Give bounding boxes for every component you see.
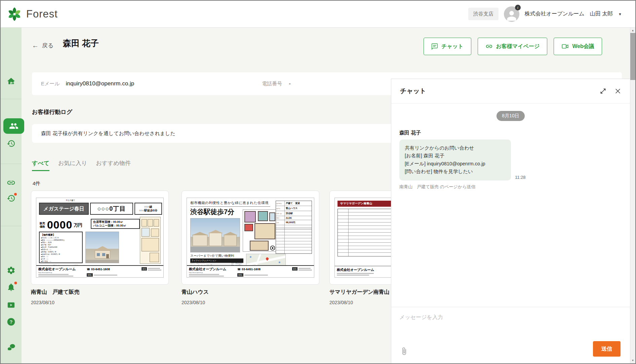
floor-plan-color: [243, 209, 276, 252]
street-photo: [190, 218, 240, 252]
sidebar-item-videos[interactable]: [7, 300, 16, 310]
message-input[interactable]: メッセージを入力: [399, 314, 622, 321]
expand-icon[interactable]: [600, 88, 606, 94]
app-window: Forest 渋谷支店 i 株式会社オープンルーム 山田 太郎 ▼: [0, 0, 636, 364]
compass-icon: [270, 245, 275, 251]
message-source: 南青山 戸建て販売 のページから送信: [399, 184, 622, 190]
flyer-walk-line: ○○○駅徒歩0分: [139, 209, 157, 212]
flyer-price-label: 販売価格: [40, 222, 46, 229]
close-icon[interactable]: [614, 88, 621, 94]
house-photo: [85, 232, 119, 263]
sidebar-item-settings[interactable]: [7, 266, 16, 275]
customers-people-icon: [9, 121, 18, 131]
property-card: 都市機能の利便性と豊かな緑に恵まれた住環境 渋谷駅徒歩7分: [182, 191, 319, 305]
scroll-down-arrow-icon[interactable]: ▼: [630, 359, 635, 362]
flyer-caption: スーパーまで○分で買い物便利: [190, 254, 234, 258]
tab-all[interactable]: すべて: [32, 159, 49, 171]
property-flyer-thumbnail[interactable]: 都市機能の利便性と豊かな緑に恵まれた住環境 渋谷駅徒歩7分: [182, 191, 319, 285]
flyer-tagline: 中古戸建て: [66, 199, 75, 202]
flyer-url: https://forest.openrm.jp: [189, 272, 229, 273]
chat-message-bubble: 共有リンクからのお問い合わせ [お名前] 森田 花子 [Eメール] inquir…: [399, 139, 511, 180]
property-date: 2023/08/10: [31, 300, 169, 305]
property-date: 2023/08/10: [182, 300, 319, 305]
brand-name: Forest: [26, 8, 58, 20]
tab-recommended[interactable]: おすすめ物件: [96, 159, 131, 171]
flyer-layout: 2LDK: [285, 216, 312, 220]
company-name: 株式会社オープンルーム: [525, 10, 585, 17]
meeting-button-label: Web会議: [572, 43, 594, 50]
customer-mypage-button[interactable]: お客様マイページ: [478, 38, 548, 55]
flyer-station: 渋谷駅徒歩7分: [190, 207, 234, 216]
send-button[interactable]: 送信: [593, 341, 621, 357]
chat-sender-name: 森田 花子: [399, 130, 622, 136]
phone-value: -: [289, 80, 291, 87]
chat-panel-header: チャット: [391, 79, 630, 104]
sidebar-divider: [1, 226, 22, 226]
email-value: inquiry0810@openrm.co.jp: [66, 80, 134, 87]
back-arrow-icon: ←: [32, 42, 39, 49]
vertical-scrollbar[interactable]: ▲ ▼: [630, 28, 635, 363]
map-thumbnail: [246, 254, 286, 266]
activity-history-icon: [7, 194, 15, 203]
activity-log-title: お客様行動ログ: [32, 108, 72, 116]
videocam-icon: [561, 43, 569, 50]
sidebar-item-activity[interactable]: [7, 194, 15, 203]
attachment-paperclip-icon[interactable]: [400, 347, 408, 355]
scroll-up-arrow-icon[interactable]: ▲: [630, 29, 635, 32]
property-title: 青山ハウス: [182, 289, 319, 296]
notification-dot: [14, 193, 17, 196]
chat-panel-title: チャット: [400, 87, 426, 95]
gear-icon: [7, 266, 16, 275]
link-icon: [485, 43, 493, 50]
web-meeting-button[interactable]: Web会議: [554, 38, 602, 55]
sidebar-divider: [1, 99, 22, 99]
flyer-url: https://forest.openrm.jp: [38, 272, 79, 273]
sidebar-item-customers[interactable]: [3, 118, 24, 134]
user-menu-caret-icon[interactable]: ▼: [618, 12, 622, 16]
brand-logo[interactable]: Forest: [1, 6, 58, 22]
flyer-company: 株式会社オープンルーム: [189, 267, 229, 272]
message-timestamp: 11:28: [515, 175, 526, 180]
flyer-area1: 住居専有面積：00.00㎡: [93, 220, 123, 224]
link-icon: [7, 178, 16, 187]
bell-icon: [7, 283, 16, 292]
sidebar-item-chat[interactable]: [6, 342, 16, 352]
flyer-spec-title: 【物件概要】: [41, 233, 81, 237]
forest-leaf-logo-icon: [7, 6, 22, 22]
back-button[interactable]: ← 戻る: [32, 42, 53, 49]
chat-button-label: チャット: [441, 43, 464, 50]
chat-bubble-icon: [431, 43, 438, 50]
svg-text:?: ?: [10, 319, 13, 325]
flyer-block: ○○○0丁目: [90, 203, 133, 215]
flyer-company: 株式会社オープンルーム: [38, 267, 79, 272]
sidebar-divider: [1, 164, 22, 164]
floor-plan: [140, 217, 161, 264]
flyer-building-name: 青山ハウス: [285, 206, 312, 211]
flyer-area2: バルコニー面積：00.00㎡: [93, 224, 126, 228]
flyer-phone: 03-6451-1608: [91, 268, 110, 271]
notification-dot: [14, 282, 17, 284]
scrollbar-thumb[interactable]: [630, 33, 635, 80]
sidebar-item-history[interactable]: [7, 139, 15, 148]
sidebar-item-home[interactable]: [7, 77, 16, 86]
email-label: Eメール: [41, 81, 60, 87]
sidebar-item-help[interactable]: ?: [7, 317, 16, 326]
sidebar-item-shared-links[interactable]: [7, 178, 16, 187]
flyer-phone: 03-6451-1608: [242, 268, 261, 271]
tab-favorites[interactable]: お気に入り: [58, 159, 87, 171]
sidebar-item-notifications[interactable]: [7, 283, 16, 292]
chat-message-list: 8月10日 森田 花子 共有リンクからのお問い合わせ [お名前] 森田 花子 […: [391, 104, 630, 307]
flyer-type: 戸建て 賃貸: [285, 201, 312, 206]
branch-badge: 渋谷支店: [468, 8, 499, 20]
info-badge-icon: i: [515, 5, 521, 10]
property-card: 中古戸建て メガステージ春日 ○○○0丁目 ○○○線 ○○○駅徒歩0分 販売価格…: [31, 191, 169, 305]
video-library-icon: [7, 300, 16, 310]
mypage-button-label: お客様マイページ: [496, 43, 540, 50]
chat-button[interactable]: チャット: [424, 38, 471, 55]
top-header: Forest 渋谷支店 i 株式会社オープンルーム 山田 太郎 ▼: [1, 1, 635, 28]
user-avatar[interactable]: i: [504, 6, 519, 22]
flyer-price: 0000: [47, 219, 72, 231]
flyer-headline: 都市機能の利便性と豊かな緑に恵まれた住環境: [190, 201, 270, 207]
property-flyer-thumbnail[interactable]: 中古戸建て メガステージ春日 ○○○0丁目 ○○○線 ○○○駅徒歩0分 販売価格…: [31, 191, 169, 285]
flyer-rail-line: ○○○線: [144, 205, 152, 209]
